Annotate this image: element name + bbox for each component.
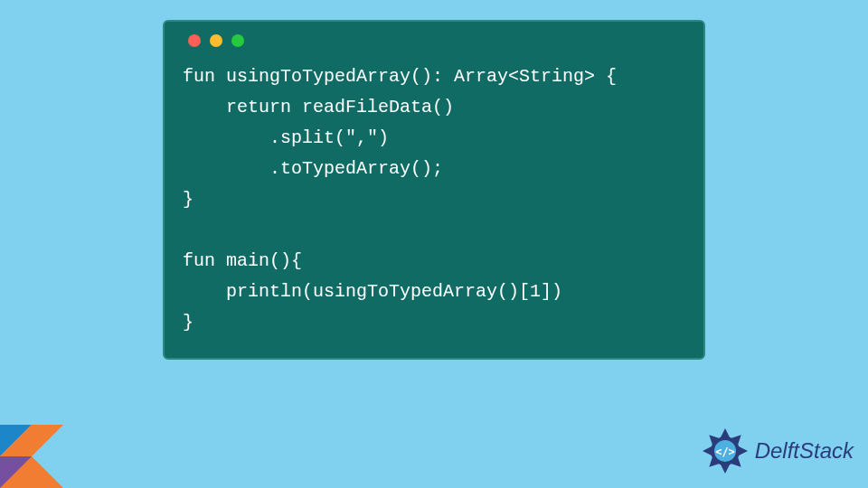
- svg-marker-5: [703, 446, 712, 455]
- brand-gear-icon: </>: [701, 427, 750, 475]
- code-card: fun usingToTypedArray(): Array<String> {…: [163, 20, 705, 360]
- kotlin-logo-icon: [0, 425, 63, 488]
- window-dots: [188, 34, 685, 47]
- window-minimize-icon: [210, 34, 222, 47]
- svg-marker-4: [721, 465, 730, 474]
- svg-text:</>: </>: [715, 446, 735, 458]
- brand-name: DelftStack: [755, 438, 854, 464]
- brand: </> DelftStack: [701, 427, 854, 475]
- svg-marker-6: [739, 446, 748, 455]
- window-maximize-icon: [231, 34, 244, 47]
- svg-marker-3: [721, 428, 730, 437]
- code-block: fun usingToTypedArray(): Array<String> {…: [183, 61, 685, 338]
- window-close-icon: [188, 34, 201, 47]
